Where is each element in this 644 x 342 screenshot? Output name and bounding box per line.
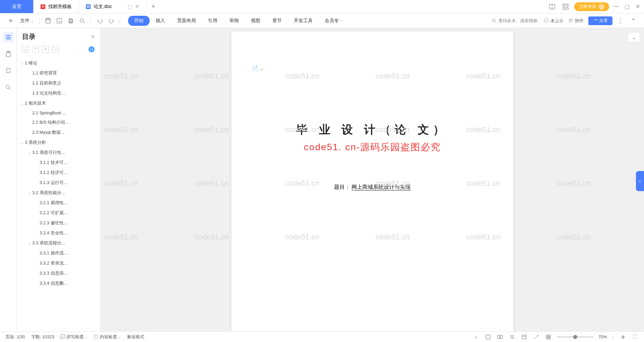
focus-icon[interactable]: ☼ bbox=[472, 333, 480, 341]
file-menu[interactable]: 文件 ⌄ bbox=[17, 18, 37, 24]
collapse-all-icon[interactable]: ⌄ bbox=[22, 46, 29, 53]
bg-watermark: code51.cn bbox=[376, 72, 410, 80]
clipboard-rail-icon[interactable] bbox=[3, 49, 13, 59]
bg-watermark: code51.cn bbox=[104, 125, 138, 134]
minimize-button[interactable]: ― bbox=[613, 3, 619, 10]
outline-title: 目录 bbox=[22, 32, 36, 41]
save-icon[interactable] bbox=[43, 15, 53, 26]
expand-icon[interactable]: ⌃ bbox=[628, 15, 639, 26]
cloud-status[interactable]: 未上云 bbox=[544, 18, 564, 24]
compat-mode[interactable]: 兼容模式 bbox=[127, 334, 144, 340]
outline-item[interactable]: 3.3.1 操作流... bbox=[17, 248, 100, 258]
share-button[interactable]: 分享 bbox=[588, 16, 612, 25]
tab-chapter[interactable]: 章节 bbox=[266, 16, 288, 26]
menu-icon[interactable]: ≡ bbox=[5, 15, 16, 26]
close-window-button[interactable]: ✕ bbox=[636, 3, 640, 10]
tab-template[interactable]: 找稻壳模板 bbox=[34, 0, 79, 13]
close-icon[interactable]: ✕ bbox=[135, 3, 139, 10]
preview-icon[interactable] bbox=[77, 15, 88, 26]
tab-view[interactable]: 视图 bbox=[245, 16, 266, 26]
outline-item[interactable]: 3.1.2 经济可... bbox=[17, 168, 100, 178]
outline-item[interactable]: 1.3 论文结构安... bbox=[17, 88, 100, 98]
outline-item[interactable]: 2.2 B/S 结构介绍... bbox=[17, 117, 100, 127]
page-indicator[interactable]: 页面: 1/30 bbox=[5, 334, 25, 340]
collapse-right-icon[interactable]: ⌄ bbox=[628, 32, 640, 42]
maximize-button[interactable]: ▢ bbox=[625, 3, 630, 10]
outline-item[interactable]: ⌄3.1 系统可行性... bbox=[17, 148, 100, 158]
spellcheck-status[interactable]: 拼写检查 ⌄ bbox=[60, 334, 88, 340]
login-button[interactable]: 立即登录 bbox=[574, 2, 609, 11]
dropdown-icon[interactable]: ⌄ bbox=[118, 19, 121, 22]
document-canvas[interactable]: ⌄ 📄 ⌄ code51.cncode51.cncode51.cncode51.… bbox=[101, 28, 644, 331]
svg-rect-9 bbox=[46, 18, 50, 23]
bookmark-rail-icon[interactable] bbox=[3, 66, 13, 76]
layout-icon[interactable] bbox=[547, 2, 557, 11]
add-outline-icon[interactable]: + bbox=[42, 46, 49, 53]
new-tab-button[interactable]: + bbox=[146, 0, 160, 13]
zoom-level[interactable]: 70% bbox=[598, 334, 607, 339]
content-check-status[interactable]: 内容检查 ⌄ bbox=[94, 334, 121, 340]
print-icon[interactable] bbox=[65, 15, 76, 26]
expand-all-icon[interactable]: ⌃ bbox=[32, 46, 39, 53]
save-as-icon[interactable] bbox=[54, 15, 65, 26]
collab-button[interactable]: 协作 bbox=[568, 18, 584, 24]
fullscreen-icon[interactable]: ⛶ bbox=[631, 333, 639, 341]
outline-item[interactable]: 2.1 SpringBoot ... bbox=[17, 108, 100, 117]
undo-icon[interactable] bbox=[95, 15, 105, 26]
outline-item[interactable]: 3.3.4 信息删... bbox=[17, 278, 100, 288]
grid-view-icon[interactable] bbox=[545, 333, 552, 341]
tab-member[interactable]: 会员专 › bbox=[319, 16, 348, 26]
remove-outline-icon[interactable]: − bbox=[52, 46, 59, 53]
outline-item[interactable]: ⌄3 系统分析 bbox=[17, 137, 100, 148]
check-icon bbox=[60, 334, 65, 339]
tab-reference[interactable]: 引用 bbox=[202, 16, 223, 26]
present-icon[interactable]: ▢ bbox=[128, 4, 132, 9]
tab-dev[interactable]: 开发工具 bbox=[288, 16, 319, 26]
web-view-icon[interactable] bbox=[521, 333, 528, 341]
tab-insert[interactable]: 插入 bbox=[150, 16, 171, 26]
outline-item[interactable]: ⌄1 绪论 bbox=[17, 58, 100, 68]
side-handle-icon[interactable]: ‹ bbox=[636, 171, 644, 191]
tab-start[interactable]: 开始 bbox=[128, 16, 150, 26]
outline-item[interactable]: 3.2.4 安全性... bbox=[17, 228, 100, 238]
page-view-icon[interactable] bbox=[484, 333, 492, 341]
tab-review[interactable]: 审阅 bbox=[223, 16, 245, 26]
outline-item[interactable]: 3.1.1 技术可... bbox=[17, 158, 100, 168]
outline-view-icon[interactable] bbox=[508, 333, 516, 341]
svg-rect-39 bbox=[549, 335, 550, 337]
tab-home[interactable]: 首页 bbox=[0, 0, 34, 13]
fit-width-icon[interactable]: ⊕ bbox=[619, 333, 627, 341]
outline-item[interactable]: 3.3.3 信息添... bbox=[17, 268, 100, 278]
outline-item[interactable]: 2.3 Mysql 数据... bbox=[17, 127, 100, 137]
apps-icon[interactable] bbox=[561, 2, 570, 11]
search-rail-icon[interactable] bbox=[3, 82, 13, 93]
command-search[interactable]: 查找命令、搜索模板 bbox=[492, 18, 538, 24]
sync-outline-icon[interactable] bbox=[88, 46, 95, 53]
svg-rect-32 bbox=[500, 335, 502, 339]
outline-item[interactable]: 3.2.2 可扩展... bbox=[17, 208, 100, 218]
more-icon[interactable]: ⋮ bbox=[617, 17, 623, 24]
outline-item[interactable]: ⌄2 相关技术 bbox=[17, 98, 100, 108]
outline-item[interactable]: ⌄3.2 系统性能分... bbox=[17, 188, 100, 198]
bg-watermark: code51.cn bbox=[195, 125, 229, 134]
markup-view-icon[interactable] bbox=[533, 333, 540, 341]
zoom-slider[interactable] bbox=[557, 336, 594, 338]
outline-item[interactable]: 1.2 目的和意义 bbox=[17, 78, 100, 88]
tab-document[interactable]: W 论文.doc ▢ ✕ bbox=[79, 0, 146, 13]
svg-rect-38 bbox=[546, 335, 548, 337]
outline-item[interactable]: 1.1 研究背景 bbox=[17, 68, 100, 78]
zoom-dropdown-icon[interactable]: ⌄ bbox=[612, 335, 614, 339]
reading-view-icon[interactable] bbox=[496, 333, 504, 341]
outline-close-icon[interactable]: ✕ bbox=[91, 34, 95, 40]
outline-item[interactable]: 3.2.1 易用性... bbox=[17, 198, 100, 208]
outline-item[interactable]: 3.3.2 登录流... bbox=[17, 258, 100, 268]
chevron-down-icon: ⌄ bbox=[27, 241, 32, 245]
outline-rail-icon[interactable] bbox=[3, 32, 13, 42]
outline-item[interactable]: 3.2.3 健壮性... bbox=[17, 218, 100, 228]
avatar-icon bbox=[598, 4, 604, 10]
outline-item[interactable]: 3.1.3 运行可... bbox=[17, 178, 100, 188]
word-count[interactable]: 字数: 10323 bbox=[31, 334, 54, 340]
outline-item[interactable]: ⌄3.3 系统流程分... bbox=[17, 238, 100, 248]
tab-layout[interactable]: 页面布局 bbox=[171, 16, 202, 26]
redo-icon[interactable] bbox=[106, 15, 117, 26]
